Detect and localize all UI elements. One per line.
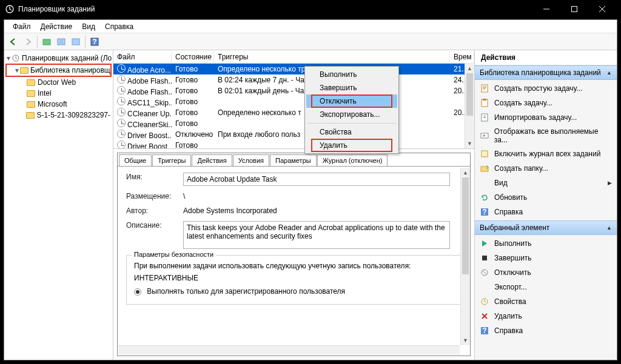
collapse-icon[interactable]: ▲ <box>606 70 612 76</box>
tree-library[interactable]: ▾ Библиотека планировщ <box>5 64 112 77</box>
details-scroll-v[interactable]: ▲ ▼ <box>460 168 470 345</box>
context-menu-item[interactable]: Отключить <box>306 94 397 108</box>
action-item[interactable]: Обновить <box>475 190 617 205</box>
action-item[interactable]: Создать простую задачу... <box>475 81 617 96</box>
tab[interactable]: Параметры <box>270 154 317 166</box>
action-item[interactable]: Создать задачу... <box>475 96 617 110</box>
tab[interactable]: Триггеры <box>152 154 191 166</box>
action-item[interactable]: Удалить <box>475 309 617 323</box>
action-item[interactable]: Импортировать задачу... <box>475 110 617 125</box>
col-file[interactable]: Файл <box>113 51 172 62</box>
clock-icon <box>12 53 20 63</box>
action-icon <box>480 113 489 122</box>
table-row[interactable]: CCleanerSki...Готово <box>113 118 474 129</box>
tree-pane: ▾ Планировщик заданий (Ло ▾ Библиотека п… <box>4 50 113 360</box>
action-item[interactable]: Выполнить <box>475 236 617 251</box>
desc-field[interactable]: This task keeps your Adobe Reader and Ac… <box>183 221 450 249</box>
svg-rect-14 <box>482 151 488 157</box>
collapse-icon[interactable]: ▲ <box>606 225 612 231</box>
action-item[interactable]: Включить журнал всех заданий <box>475 147 617 161</box>
action-icon <box>480 178 489 188</box>
context-menu-item[interactable]: Выполнить <box>306 68 397 81</box>
context-menu-item[interactable]: Завершить <box>306 81 397 94</box>
context-menu-item[interactable]: Свойства <box>306 125 397 139</box>
menu-help[interactable]: Справка <box>100 21 138 32</box>
action-item[interactable]: Вид▶ <box>475 176 617 190</box>
scrollbar-v[interactable]: ▲ ▼ <box>465 64 474 148</box>
tab[interactable]: Действия <box>192 154 232 166</box>
action-label: Удалить <box>494 312 522 320</box>
action-label: Импортировать задачу... <box>494 113 577 122</box>
tool-btn-1[interactable] <box>40 35 53 48</box>
table-row[interactable]: CCleaner Up...ГотовоОпределено несколько… <box>113 107 474 118</box>
scroll-thumb[interactable] <box>462 177 469 274</box>
tool-btn-2[interactable] <box>55 35 68 48</box>
tab[interactable]: Журнал (отключен) <box>317 154 388 166</box>
col-triggers[interactable]: Триггеры <box>214 51 450 62</box>
col-state[interactable]: Состояние <box>172 51 214 62</box>
clock-icon <box>117 119 126 127</box>
expand-icon[interactable]: ▾ <box>7 54 10 62</box>
scroll-down-icon[interactable]: ▼ <box>461 336 470 345</box>
table-row[interactable]: Adobe Flash...ГотовоВ 02:24 каждые 7 дн.… <box>113 74 474 85</box>
action-label: Справка <box>494 208 523 216</box>
action-item[interactable]: ?Справка <box>475 205 617 219</box>
scroll-down-icon[interactable]: ▼ <box>465 139 474 148</box>
menu-action[interactable]: Действие <box>36 21 78 32</box>
scroll-thumb[interactable] <box>466 73 473 116</box>
context-menu: ВыполнитьЗавершитьОтключитьЭкспортироват… <box>304 66 399 154</box>
details-scroll-h[interactable] <box>118 345 460 355</box>
radio-icon[interactable] <box>134 288 141 296</box>
action-item[interactable]: Отображать все выполняемые за... <box>475 125 617 147</box>
actions-sel-title[interactable]: Выбранный элемент ▲ <box>475 220 617 235</box>
tree-item-label: Doctor Web <box>38 78 76 87</box>
action-item[interactable]: Отключить <box>475 265 617 280</box>
action-item[interactable]: Завершить <box>475 251 617 265</box>
window-title: Планировщик заданий <box>18 5 532 13</box>
clock-icon <box>117 75 126 84</box>
scroll-up-icon[interactable]: ▲ <box>465 64 474 73</box>
clock-icon <box>117 64 126 73</box>
close-button[interactable] <box>588 0 616 18</box>
table-row[interactable]: Adobe Flash...ГотовоВ 02:01 каждый день … <box>113 85 474 96</box>
help-button[interactable]: ? <box>88 35 101 48</box>
tab[interactable]: Общие <box>119 154 152 166</box>
tree-root[interactable]: ▾ Планировщик заданий (Ло <box>5 53 112 64</box>
context-menu-item[interactable]: Экспортировать... <box>306 108 397 121</box>
radio-row[interactable]: Выполнять только для зарегистрированного… <box>134 287 454 296</box>
forward-button[interactable] <box>21 35 35 48</box>
svg-rect-4 <box>62 39 65 45</box>
list-header: Файл Состояние Триггеры Врем <box>113 50 474 64</box>
menu-view[interactable]: Вид <box>77 21 100 32</box>
tree-item[interactable]: Doctor Web <box>5 77 112 88</box>
tool-btn-3[interactable] <box>69 35 82 48</box>
tab[interactable]: Условия <box>233 154 269 166</box>
security-account: ИНТЕРАКТИВНЫЕ <box>134 274 454 282</box>
name-label: Имя: <box>126 173 183 181</box>
maximize-button[interactable] <box>560 0 588 18</box>
tree-item[interactable]: S-1-5-21-3092823297- <box>5 110 112 121</box>
action-item[interactable]: ?Справка <box>475 323 617 338</box>
actions-lib-title[interactable]: Библиотека планировщика заданий ▲ <box>475 65 617 80</box>
action-icon <box>480 98 489 108</box>
table-row[interactable]: Driver BoostГотово <box>113 140 474 149</box>
action-item[interactable]: Создать папку... <box>475 161 617 176</box>
menu-file[interactable]: Файл <box>8 21 36 32</box>
action-item[interactable]: Свойства <box>475 294 617 309</box>
tree-item[interactable]: Microsoft <box>5 99 112 110</box>
context-menu-item[interactable]: Удалить <box>306 139 397 152</box>
separator <box>307 123 396 124</box>
table-row[interactable]: ASC11_Skip...Готово <box>113 96 474 107</box>
tree-item[interactable]: Intel <box>5 88 112 99</box>
col-time[interactable]: Врем <box>450 51 474 62</box>
table-row[interactable]: Adobe Acro...ГотовоОпределено несколько … <box>113 64 474 74</box>
name-field[interactable]: Adobe Acrobat Update Task <box>183 173 450 186</box>
action-item[interactable]: Экспорт... <box>475 280 617 294</box>
scroll-up-icon[interactable]: ▲ <box>461 168 470 177</box>
minimize-button[interactable] <box>532 0 560 18</box>
action-icon <box>480 282 489 292</box>
table-row[interactable]: Driver Boost...ОтключеноПри входе любого… <box>113 129 474 140</box>
toolbar: ? <box>4 33 617 50</box>
back-button[interactable] <box>7 35 20 48</box>
expand-icon[interactable]: ▾ <box>15 66 19 74</box>
